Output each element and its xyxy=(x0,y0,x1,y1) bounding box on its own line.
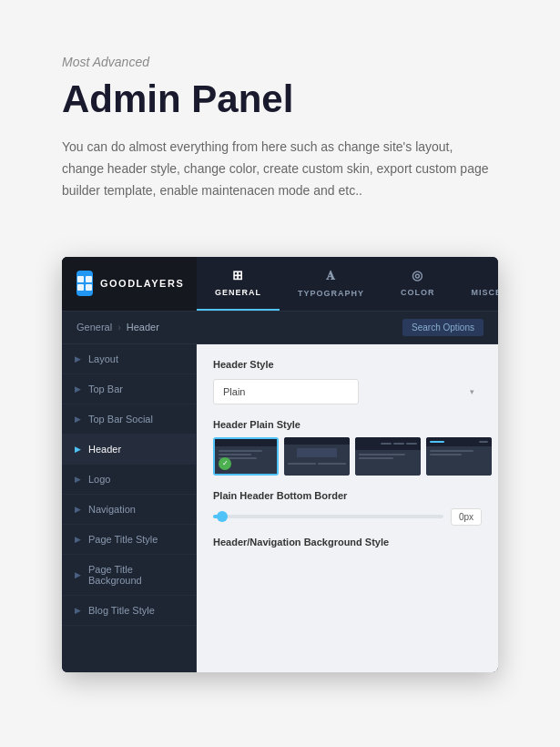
tab-general-label: GENERAL xyxy=(215,288,261,297)
breadcrumb-current: Header xyxy=(127,322,159,333)
logo-text: GOODLAYERS xyxy=(100,278,184,289)
style-thumb-1[interactable]: ✓ xyxy=(213,437,279,476)
sidebar-item-header[interactable]: ▶ Header xyxy=(62,435,196,465)
sidebar-item-layout[interactable]: ▶ Layout xyxy=(62,344,196,374)
sidebar-item-page-title-bg[interactable]: ▶ Page Title Background xyxy=(62,555,196,596)
sidebar-label: Top Bar Social xyxy=(88,414,153,425)
style-thumbnails: ✓ xyxy=(213,437,482,476)
chevron-down-icon: ▾ xyxy=(470,387,474,396)
panel-body: ▶ Layout ▶ Top Bar ▶ Top Bar Social ▶ He… xyxy=(62,344,498,672)
tab-misc-label: MISCELLANEOUS xyxy=(472,288,498,297)
svg-rect-3 xyxy=(86,284,92,291)
sidebar-item-blog-title-style[interactable]: ▶ Blog Title Style xyxy=(62,596,196,626)
slider-section: Plain Header Bottom Border 0px xyxy=(213,490,482,526)
border-label: Plain Header Bottom Border xyxy=(213,490,482,501)
logo-icon xyxy=(76,271,93,296)
slider-value: 0px xyxy=(451,508,482,526)
arrow-icon: ▶ xyxy=(75,570,81,579)
tab-color[interactable]: ◎ COLOR xyxy=(382,257,453,311)
slider-track[interactable] xyxy=(213,515,443,518)
tab-general[interactable]: ⊞ GENERAL xyxy=(197,257,280,311)
header-style-select[interactable]: Plain Boxed Fixed xyxy=(213,379,359,404)
arrow-icon: ▶ xyxy=(75,384,81,394)
arrow-icon: ▶ xyxy=(75,475,81,484)
selected-checkmark: ✓ xyxy=(219,457,231,470)
search-options-button[interactable]: Search Options xyxy=(402,319,484,336)
sidebar-item-topbar[interactable]: ▶ Top Bar xyxy=(62,374,196,404)
header-plain-style-label: Header Plain Style xyxy=(213,419,482,430)
sidebar-label: Page Title Background xyxy=(88,564,183,586)
tab-typography-label: TYPOGRAPHY xyxy=(298,289,364,298)
svg-rect-2 xyxy=(77,284,84,291)
sidebar-label: Layout xyxy=(88,353,118,364)
admin-panel-preview: GOODLAYERS ⊞ GENERAL 𝐀 TYPOGRAPHY ◎ COLO… xyxy=(62,257,498,672)
slider-row: 0px xyxy=(213,508,482,526)
tab-miscellaneous[interactable]: ⊙ MISCELLANEOUS xyxy=(453,257,498,311)
arrow-icon: ▶ xyxy=(75,445,81,454)
sidebar-label: Header xyxy=(88,444,121,455)
sidebar-item-logo[interactable]: ▶ Logo xyxy=(62,465,196,495)
breadcrumb: General › Header xyxy=(76,322,159,333)
breadcrumb-bar: General › Header Search Options xyxy=(62,312,498,344)
sidebar-label: Page Title Style xyxy=(88,534,158,545)
panel-logo: GOODLAYERS xyxy=(62,257,197,311)
bg-style-label: Header/Navigation Background Style xyxy=(213,537,482,547)
svg-rect-1 xyxy=(86,276,92,282)
sidebar-label: Navigation xyxy=(88,504,136,515)
tab-color-label: COLOR xyxy=(401,288,435,297)
sidebar-label: Logo xyxy=(88,474,110,485)
style-thumb-3[interactable] xyxy=(355,437,421,476)
sidebar-item-topbar-social[interactable]: ▶ Top Bar Social xyxy=(62,404,196,435)
sidebar-item-navigation[interactable]: ▶ Navigation xyxy=(62,495,196,525)
hero-section: Most Advanced Admin Panel You can do alm… xyxy=(0,0,560,239)
sidebar-label: Top Bar xyxy=(88,384,123,394)
breadcrumb-separator: › xyxy=(117,322,121,333)
panel-navbar: GOODLAYERS ⊞ GENERAL 𝐀 TYPOGRAPHY ◎ COLO… xyxy=(62,257,498,312)
panel-sidebar: ▶ Layout ▶ Top Bar ▶ Top Bar Social ▶ He… xyxy=(62,344,197,672)
sidebar-label: Blog Title Style xyxy=(88,605,155,616)
sidebar-item-page-title-style[interactable]: ▶ Page Title Style xyxy=(62,525,196,555)
arrow-icon: ▶ xyxy=(75,505,81,514)
style-thumb-2[interactable] xyxy=(284,437,350,476)
slider-thumb[interactable] xyxy=(217,511,228,522)
header-style-select-wrapper: Plain Boxed Fixed ▾ xyxy=(213,379,482,404)
arrow-icon: ▶ xyxy=(75,414,81,424)
style-thumb-4[interactable] xyxy=(426,437,492,476)
description: You can do almost everything from here s… xyxy=(62,137,498,201)
color-icon: ◎ xyxy=(412,268,423,282)
header-style-label: Header Style xyxy=(213,359,482,370)
tab-typography[interactable]: 𝐀 TYPOGRAPHY xyxy=(280,257,382,311)
arrow-icon: ▶ xyxy=(75,606,81,615)
general-icon: ⊞ xyxy=(232,268,244,282)
panel-tabs: ⊞ GENERAL 𝐀 TYPOGRAPHY ◎ COLOR ⊙ MISCELL… xyxy=(197,257,498,311)
breadcrumb-root: General xyxy=(76,322,112,333)
panel-content: Header Style Plain Boxed Fixed ▾ Header … xyxy=(197,344,498,672)
svg-rect-0 xyxy=(77,276,84,282)
arrow-icon: ▶ xyxy=(75,354,81,363)
main-title: Admin Panel xyxy=(62,78,498,120)
tagline: Most Advanced xyxy=(62,55,498,69)
typography-icon: 𝐀 xyxy=(326,268,336,283)
arrow-icon: ▶ xyxy=(75,535,81,544)
